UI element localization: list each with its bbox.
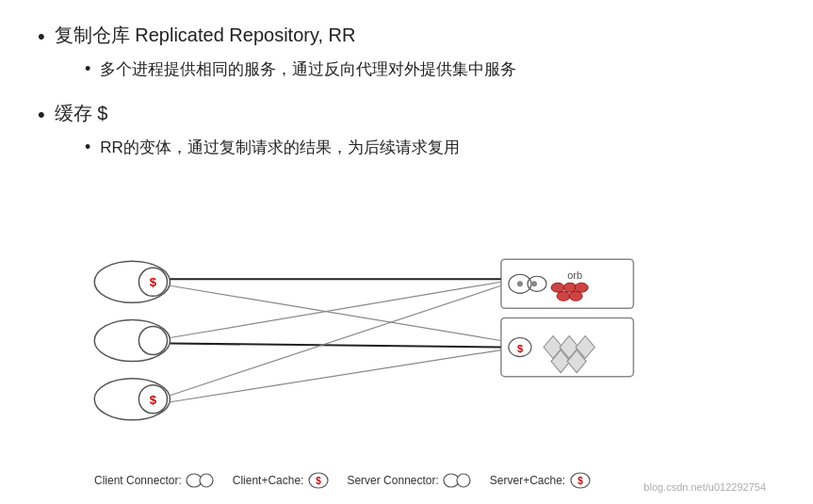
svg-line-28 <box>171 285 501 340</box>
diagram-area: $ $ orb <box>38 187 775 495</box>
diagram-svg: $ $ orb <box>38 187 775 495</box>
section-1: • 复制仓库 Replicated Repository, RR • 多个进程提… <box>38 23 775 88</box>
legend-client-connector: Client Connector: <box>94 472 216 489</box>
svg-text:orb: orb <box>567 269 582 281</box>
svg-text:$: $ <box>150 393 157 407</box>
bullet-l1-cache-text: 缓存 $ <box>55 101 108 126</box>
bullet-l2-rr: • 多个进程提供相同的服务，通过反向代理对外提供集中服务 <box>85 58 775 80</box>
slide-content: • 复制仓库 Replicated Repository, RR • 多个进程提… <box>0 0 813 504</box>
svg-point-16 <box>575 283 588 292</box>
bullet-dot-1-sub: • <box>85 59 90 79</box>
svg-point-11 <box>517 281 523 286</box>
legend-client-connector-icon <box>186 472 216 489</box>
legend-server-cache: Server+Cache: $ <box>490 472 592 489</box>
bullet-dot-1: • <box>38 24 45 49</box>
legend-server-cache-label: Server+Cache: <box>490 474 565 487</box>
svg-point-17 <box>557 291 570 301</box>
svg-point-38 <box>457 474 470 487</box>
bullet-l2-cache: • RR的变体，通过复制请求的结果，为后续请求复用 <box>85 137 775 158</box>
bullet-dot-2: • <box>38 103 45 127</box>
bullet-l1-rr: • 复制仓库 Replicated Repository, RR <box>38 23 775 49</box>
bullet-l1-rr-text: 复制仓库 Replicated Repository, RR <box>55 23 356 48</box>
bullet-l2-rr-text: 多个进程提供相同的服务，通过反向代理对外提供集中服务 <box>100 58 516 80</box>
legend-server-connector: Server Connector: <box>347 472 472 489</box>
svg-point-34 <box>200 474 213 487</box>
legend-client-cache-icon: $ <box>307 472 330 489</box>
bullet-l1-cache: • 缓存 $ <box>38 101 775 127</box>
svg-text:$: $ <box>317 476 322 486</box>
legend-server-cache-icon: $ <box>569 472 592 489</box>
legend-server-connector-label: Server Connector: <box>347 474 438 487</box>
legend-client-cache-label: Client+Cache: <box>233 474 304 487</box>
svg-line-32 <box>171 350 501 402</box>
svg-text:$: $ <box>150 275 157 289</box>
svg-point-18 <box>569 291 582 301</box>
section-2: • 缓存 $ • RR的变体，通过复制请求的结果，为后续请求复用 <box>38 101 775 166</box>
bullet-l2-cache-text: RR的变体，通过复制请求的结果，为后续请求复用 <box>100 137 460 158</box>
legend-server-connector-icon <box>443 472 473 489</box>
svg-point-4 <box>138 326 167 354</box>
svg-point-12 <box>531 281 537 286</box>
svg-text:$: $ <box>577 476 583 486</box>
legend-client-cache: Client+Cache: $ <box>233 472 331 489</box>
legend-client-connector-label: Client Connector: <box>94 474 182 487</box>
watermark: blog.csdn.net/u012292754 <box>643 481 766 493</box>
svg-text:$: $ <box>517 343 523 354</box>
svg-line-30 <box>171 344 501 348</box>
svg-line-29 <box>171 282 501 337</box>
svg-point-14 <box>551 283 564 292</box>
svg-line-31 <box>171 285 501 395</box>
bullet-dot-2-sub: • <box>85 138 90 157</box>
